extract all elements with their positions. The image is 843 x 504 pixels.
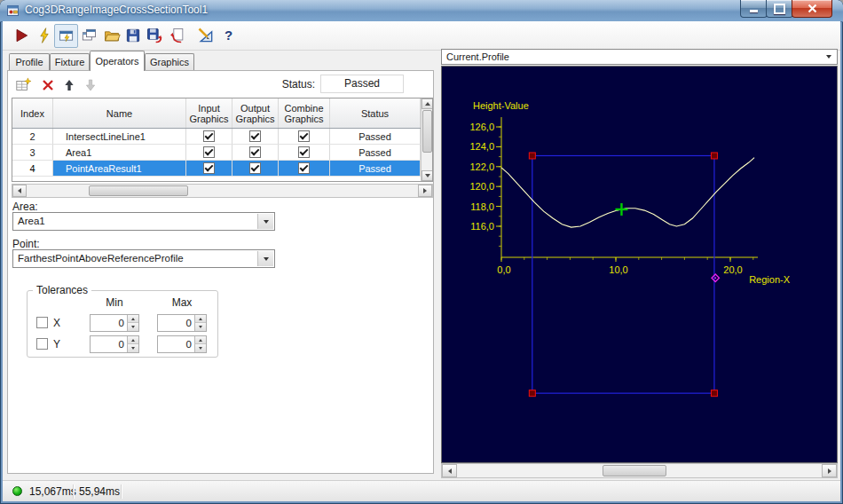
- grid-header-status[interactable]: Status: [330, 98, 421, 128]
- cell-input-graphics: [186, 145, 232, 160]
- scroll-down-button[interactable]: [422, 170, 433, 181]
- move-down-button[interactable]: [81, 75, 100, 95]
- scroll-up-button[interactable]: [422, 98, 433, 109]
- spin-up-button[interactable]: [127, 336, 138, 344]
- grid-header-combine[interactable]: Combine Graphics: [279, 98, 330, 128]
- delete-operator-button[interactable]: [38, 75, 58, 95]
- dropdown-button[interactable]: [821, 51, 836, 63]
- open-button[interactable]: [100, 24, 122, 46]
- status-bar: 15,067ms 55,94ms: [3, 480, 840, 501]
- area-combobox[interactable]: Area1: [12, 212, 275, 231]
- grid-header-output[interactable]: Output Graphics: [232, 98, 279, 128]
- combine-graphics-checkbox[interactable]: [298, 146, 310, 158]
- cell-status: Passed: [330, 161, 421, 176]
- new-grid-icon: [15, 77, 31, 93]
- grid-vscrollbar[interactable]: [421, 98, 432, 181]
- cell-combine-graphics: [279, 129, 330, 144]
- spin-down-button[interactable]: [127, 344, 138, 352]
- cell-index: 2: [12, 129, 53, 144]
- add-operator-button[interactable]: [13, 75, 33, 95]
- spin-down-button[interactable]: [194, 344, 206, 352]
- title-bar[interactable]: Cog3DRangeImageCrossSectionTool1: [0, 0, 843, 22]
- separator: [73, 484, 74, 499]
- float-window-button[interactable]: [77, 24, 99, 46]
- output-graphics-checkbox[interactable]: [249, 162, 261, 174]
- output-graphics-checkbox[interactable]: [249, 130, 261, 142]
- y-tolerance-checkbox[interactable]: [36, 338, 48, 350]
- save-as-button[interactable]: [143, 24, 165, 46]
- electric-results-toggle[interactable]: [54, 24, 78, 48]
- help-button[interactable]: ?: [217, 24, 240, 46]
- up-arrow-icon: [131, 318, 135, 320]
- display-hscrollbar[interactable]: [441, 463, 838, 478]
- output-graphics-checkbox[interactable]: [249, 146, 261, 158]
- svg-text:118,0: 118,0: [470, 201, 494, 212]
- grid-header-name[interactable]: Name: [53, 98, 186, 128]
- cell-name: PointAreaResult1: [53, 161, 186, 176]
- grid-row[interactable]: 2 IntersectLineLine1 Passed: [12, 129, 421, 145]
- tab-graphics[interactable]: Graphics: [145, 53, 194, 70]
- main-toolbar: ?: [3, 21, 840, 51]
- dropdown-button[interactable]: [257, 214, 273, 229]
- move-up-button[interactable]: [59, 75, 79, 95]
- scroll-right-button[interactable]: [418, 185, 432, 197]
- spin-down-button[interactable]: [194, 323, 206, 331]
- spin-up-button[interactable]: [194, 315, 206, 323]
- combine-graphics-checkbox[interactable]: [298, 162, 310, 174]
- scroll-left-button[interactable]: [442, 464, 457, 477]
- minimize-icon: [750, 10, 758, 12]
- grid-row[interactable]: 3 Area1 Passed: [12, 145, 421, 161]
- status-led-icon: [12, 486, 22, 496]
- open-folder-icon: [103, 27, 121, 44]
- spin-up-button[interactable]: [127, 315, 138, 323]
- profile-chart[interactable]: 126,0124,0122,0120,0118,0116,00,010,020,…: [442, 67, 837, 462]
- input-graphics-checkbox[interactable]: [203, 162, 215, 174]
- minimize-button[interactable]: [740, 0, 768, 18]
- point-combobox[interactable]: FarthestPointAboveReferenceProfile: [12, 249, 275, 268]
- display-selector-combobox[interactable]: Current.Profile: [441, 49, 838, 65]
- maximize-icon: [774, 4, 785, 14]
- measure-tools-button[interactable]: [194, 24, 217, 46]
- spin-down-button[interactable]: [127, 323, 138, 331]
- save-button[interactable]: [122, 24, 144, 46]
- input-graphics-checkbox[interactable]: [203, 130, 215, 142]
- y-min-spinner[interactable]: 0: [90, 335, 139, 353]
- tab-fixture[interactable]: Fixture: [50, 53, 90, 70]
- vscroll-thumb[interactable]: [422, 110, 432, 153]
- maximize-button[interactable]: [766, 0, 793, 18]
- min-header: Min: [90, 296, 139, 309]
- x-min-value: 0: [119, 318, 124, 328]
- execution-time: 15,067ms: [29, 485, 76, 498]
- grid-row-selected[interactable]: 4 PointAreaResult1 Passed: [12, 161, 421, 177]
- tab-profile[interactable]: Profile: [9, 53, 50, 70]
- live-run-button[interactable]: [33, 24, 55, 46]
- cell-combine-graphics: [279, 145, 330, 160]
- up-arrow-icon: [131, 339, 135, 342]
- chevron-down-icon: [826, 55, 831, 59]
- y-max-spinner[interactable]: 0: [157, 335, 207, 353]
- cell-output-graphics: [232, 129, 279, 144]
- scroll-left-button[interactable]: [12, 185, 27, 197]
- x-min-spinner[interactable]: 0: [90, 314, 139, 332]
- scroll-right-button[interactable]: [822, 464, 837, 477]
- x-max-spinner[interactable]: 0: [157, 314, 207, 332]
- svg-text:124,0: 124,0: [469, 141, 494, 152]
- run-button[interactable]: [10, 24, 32, 46]
- profile-display[interactable]: 126,0124,0122,0120,0118,0116,00,010,020,…: [441, 66, 838, 463]
- grid-header-index[interactable]: Index: [12, 98, 53, 128]
- tab-operators[interactable]: Operators: [90, 51, 145, 71]
- combine-graphics-checkbox[interactable]: [298, 130, 310, 142]
- input-graphics-checkbox[interactable]: [203, 146, 215, 158]
- close-button[interactable]: [792, 0, 832, 18]
- revert-button[interactable]: [166, 24, 188, 46]
- x-tolerance-checkbox[interactable]: [36, 317, 48, 328]
- dropdown-button[interactable]: [257, 251, 273, 266]
- hscroll-thumb[interactable]: [89, 185, 188, 196]
- hscroll-thumb[interactable]: [603, 465, 666, 476]
- up-arrow-icon: [62, 78, 76, 92]
- grid-hscrollbar[interactable]: [12, 184, 433, 198]
- grid-header-input[interactable]: Input Graphics: [186, 98, 232, 128]
- down-arrow-icon: [83, 78, 98, 92]
- chevron-down-icon: [264, 220, 269, 224]
- spin-up-button[interactable]: [194, 336, 206, 344]
